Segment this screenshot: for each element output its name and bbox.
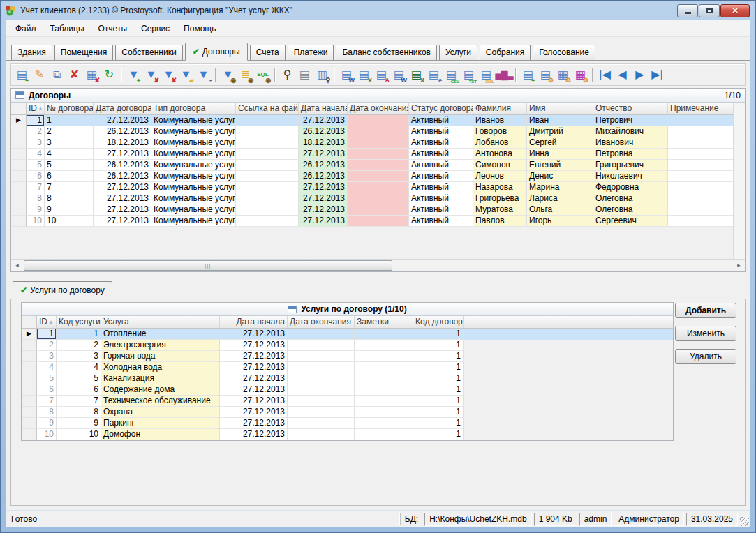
tab-Договоры[interactable]: ✔Договоры [185, 43, 248, 61]
column-header-start[interactable]: Дата начала [220, 316, 288, 328]
column-header-service[interactable]: Услуга [101, 316, 220, 328]
filter-view-icon[interactable]: ▼◉ [219, 66, 237, 84]
service-row[interactable]: 22Электроэнергия27.12.20131 [22, 340, 673, 351]
menu-item-Файл[interactable]: Файл [8, 22, 43, 36]
service-row[interactable]: ▶11Отопление27.12.20131 [22, 329, 673, 340]
column-header-id[interactable]: ID▲ [27, 103, 45, 114]
menu-item-Сервис[interactable]: Сервис [134, 22, 177, 36]
contract-row[interactable]: 4427.12.2013Коммунальные услуги27.12.201… [11, 149, 733, 160]
filter-add-icon[interactable]: ▼＋ [125, 66, 142, 84]
export-html-icon[interactable]: ▤e [425, 66, 443, 84]
close-button[interactable]: ✕ [720, 4, 750, 17]
contract-row[interactable]: 7727.12.2013Коммунальные услуги27.12.201… [11, 182, 733, 193]
column-header-status[interactable]: Статус договора [409, 103, 473, 114]
service-row[interactable]: 77Техническое обслуживание27.12.20131 [22, 396, 673, 407]
service-row[interactable]: 33Горячая вода27.12.20131 [22, 351, 673, 362]
table-settings-icon[interactable]: ▦⚙ [554, 66, 572, 84]
scroll-left-arrow-icon[interactable]: ◂ [11, 260, 23, 271]
service-row[interactable]: 66Содержание дома27.12.20131 [22, 384, 673, 396]
resize-grip[interactable] [740, 517, 749, 526]
tab-Услуги[interactable]: Услуги [439, 45, 477, 60]
column-header-notes[interactable]: Заметки [355, 316, 413, 328]
title-bar[interactable]: Учет клиентов (2.1233) © Prostoysoft. Ко… [1, 1, 755, 20]
hscroll-thumb[interactable]: ||| [24, 260, 392, 271]
export-excel-icon[interactable]: ▤X [355, 66, 373, 84]
filter-save-icon[interactable]: ▼▪ [195, 66, 212, 84]
minimize-button[interactable] [677, 4, 698, 17]
copy-record-icon[interactable]: ⧉ [48, 66, 66, 84]
service-row[interactable]: 1010Домофон27.12.20131 [22, 429, 673, 440]
contract-row[interactable]: 5526.12.2013Коммунальные услуги26.12.201… [11, 160, 733, 171]
contract-row[interactable]: 3318.12.2013Коммунальные услуги18.12.201… [11, 137, 733, 149]
column-header-date[interactable]: Дата договора [94, 103, 151, 114]
column-header-middle[interactable]: Отчество [593, 103, 668, 114]
new-window-icon[interactable]: ▤＋ [519, 66, 537, 84]
tab-Голосование[interactable]: Голосование [533, 45, 595, 60]
contract-row[interactable]: 9927.12.2013Коммунальные услуги27.12.201… [11, 204, 733, 216]
export-doc-icon[interactable]: ▤W [390, 66, 408, 84]
export-xml-icon[interactable]: ▤XML [477, 66, 495, 84]
filter-tree-view-icon[interactable]: ≣◉ [237, 66, 254, 84]
contract-row[interactable]: 8827.12.2013Коммунальные услуги27.12.201… [11, 193, 733, 204]
menu-item-Отчеты[interactable]: Отчеты [91, 22, 134, 36]
tab-Собственники[interactable]: Собственники [115, 45, 182, 60]
filter-remove-all-icon[interactable]: ▼✘ [160, 66, 177, 84]
column-header-id[interactable]: ID▲ [37, 316, 57, 328]
nav-last-icon[interactable]: ▶| [648, 66, 666, 84]
edit-button[interactable]: Изменить [675, 326, 736, 341]
filter-remove-icon[interactable]: ▼✘ [142, 66, 160, 84]
column-header-contract[interactable]: Код договора [413, 316, 464, 328]
menu-item-Таблицы[interactable]: Таблицы [43, 22, 91, 36]
contracts-vertical-scrollbar[interactable] [733, 103, 745, 260]
tab-Услуги по договору[interactable]: ✔Услуги по договору [13, 281, 112, 299]
export-xls-icon[interactable]: ▤X [408, 66, 425, 84]
format-settings-icon[interactable]: ▦⚙ [572, 66, 589, 84]
tab-Здания[interactable]: Здания [11, 45, 52, 60]
print-preview-icon[interactable]: ▥⚲ [313, 66, 331, 84]
nav-first-icon[interactable]: |◀ [596, 66, 614, 84]
service-row[interactable]: 88Охрана27.12.20131 [22, 407, 673, 418]
column-header-end[interactable]: Дата окончания [348, 103, 409, 114]
service-row[interactable]: 99Паркинг27.12.20131 [22, 418, 673, 429]
nav-prev-icon[interactable]: ◀ [614, 66, 631, 84]
contracts-horizontal-scrollbar[interactable]: ◂ ||| ▸ [11, 259, 745, 271]
column-header-note[interactable]: Примечание [668, 103, 732, 114]
export-word-icon[interactable]: ▤W [338, 66, 355, 84]
tab-Счета[interactable]: Счета [250, 45, 286, 60]
tab-Платежи[interactable]: Платежи [288, 45, 334, 60]
contract-row[interactable]: 2226.12.2013Коммунальные услуги26.12.201… [11, 126, 733, 137]
column-header-type[interactable]: Тип договора [151, 103, 236, 114]
refresh-icon[interactable]: ↻ [101, 66, 118, 84]
column-header-first[interactable]: Имя [527, 103, 593, 114]
card-settings-icon[interactable]: ▤⚙ [537, 66, 554, 84]
delete-button[interactable]: Удалить [675, 349, 736, 364]
column-header-last[interactable]: Фамилия [473, 103, 527, 114]
edit-record-icon[interactable]: ✎ [31, 66, 48, 84]
tab-Собрания[interactable]: Собрания [480, 45, 531, 60]
menu-item-Помощь[interactable]: Помощь [177, 22, 223, 36]
export-txt-icon[interactable]: ▤TXT [460, 66, 477, 84]
scroll-right-arrow-icon[interactable]: ▸ [733, 260, 745, 271]
add-record-icon[interactable]: ▤＋ [13, 66, 31, 84]
print-icon[interactable]: ▤ [296, 66, 313, 84]
sql-view-icon[interactable]: SQL◉ [254, 66, 272, 84]
delete-record-icon[interactable]: ✘ [66, 66, 83, 84]
maximize-button[interactable] [699, 4, 720, 17]
export-csv-icon[interactable]: ▤CSV [443, 66, 460, 84]
contract-row[interactable]: 101027.12.2013Коммунальные услуги27.12.2… [11, 216, 733, 227]
tab-Баланс собственников[interactable]: Баланс собственников [336, 45, 437, 60]
column-header-file[interactable]: Ссылка на файл [236, 103, 299, 114]
contract-row[interactable]: 6626.12.2013Коммунальные услуги26.12.201… [11, 171, 733, 182]
column-header-code[interactable]: Код услуги [57, 316, 101, 328]
column-header-end[interactable]: Дата окончания [288, 316, 355, 328]
export-pdf-icon[interactable]: ▤A [373, 66, 390, 84]
filter-open-icon[interactable]: ▼▰ [177, 66, 195, 84]
column-header-start[interactable]: Дата начала [299, 103, 348, 114]
contract-row[interactable]: ▶1127.12.2013Коммунальные услуги27.12.20… [11, 115, 733, 126]
add-button[interactable]: Добавить [675, 303, 736, 318]
nav-next-icon[interactable]: ▶ [631, 66, 648, 84]
service-row[interactable]: 44Холодная вода27.12.20131 [22, 362, 673, 373]
tab-Помещения[interactable]: Помещения [54, 45, 113, 60]
chart-icon[interactable]: ▅▇▃ [495, 66, 512, 84]
service-row[interactable]: 55Канализация27.12.20131 [22, 373, 673, 384]
